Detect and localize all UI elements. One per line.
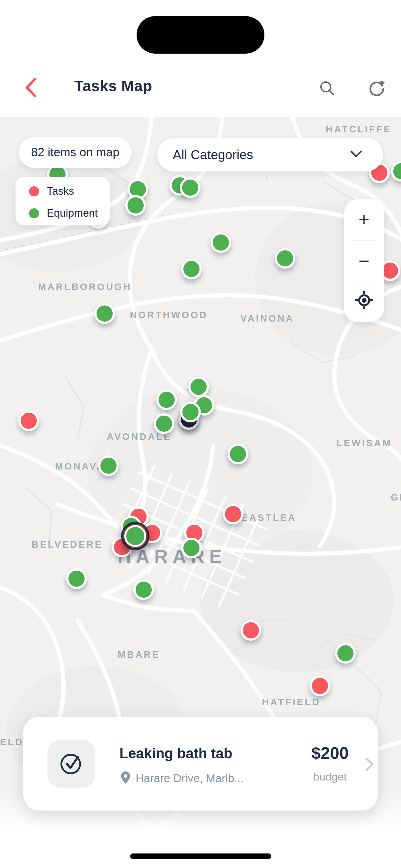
- legend-label: Equipment: [47, 207, 98, 219]
- selected-task-card[interactable]: Leaking bath tab Harare Drive, Marlb... …: [23, 717, 378, 810]
- task-address: Harare Drive, Marlb...: [135, 772, 244, 785]
- check-circle-icon: [58, 749, 85, 778]
- map-marker-equipment-selected[interactable]: [124, 525, 146, 547]
- search-icon: [318, 79, 336, 98]
- divider: [352, 240, 375, 241]
- locate-icon: [355, 291, 374, 314]
- map-marker-equipment[interactable]: [154, 413, 174, 434]
- task-budget-caption: budget: [301, 771, 359, 783]
- search-button[interactable]: [318, 80, 336, 98]
- map-marker-equipment[interactable]: [180, 177, 201, 198]
- back-button[interactable]: [19, 75, 42, 101]
- task-title: Leaking bath tab: [120, 745, 233, 762]
- chevron-down-icon: [350, 150, 362, 160]
- map-marker-equipment[interactable]: [335, 643, 356, 663]
- legend-row-equipment: Equipment: [16, 208, 98, 219]
- map-marker-equipment[interactable]: [180, 402, 201, 423]
- back-chevron-icon: [23, 76, 38, 100]
- map-marker-equipment[interactable]: [133, 579, 154, 600]
- map-marker-equipment[interactable]: [211, 232, 231, 253]
- divider: [352, 282, 375, 282]
- task-address-row: Harare Drive, Marlb...: [121, 771, 244, 785]
- map-marker-equipment[interactable]: [181, 538, 202, 558]
- chevron-right-icon[interactable]: [365, 757, 374, 773]
- map-marker-task[interactable]: [223, 504, 243, 524]
- refresh-icon: [368, 79, 386, 98]
- equipment-legend-dot: [29, 208, 39, 218]
- location-pin-icon: [121, 771, 130, 785]
- legend-row-tasks: Tasks: [16, 186, 74, 197]
- map-marker-equipment[interactable]: [125, 195, 146, 216]
- map-legend: Tasks Equipment: [16, 177, 110, 225]
- map-marker-equipment[interactable]: [66, 568, 87, 589]
- header: Tasks Map: [0, 0, 401, 117]
- map-zoom-controls: + −: [344, 199, 384, 322]
- tasks-legend-dot: [29, 186, 39, 196]
- map-marker-task[interactable]: [241, 620, 261, 641]
- map-marker-equipment[interactable]: [227, 444, 248, 464]
- page-title: Tasks Map: [74, 77, 152, 95]
- refresh-button[interactable]: [367, 80, 386, 98]
- map-marker-equipment[interactable]: [94, 303, 115, 324]
- map-marker-equipment[interactable]: [181, 259, 202, 279]
- map-marker-task[interactable]: [310, 676, 330, 696]
- category-filter-dropdown[interactable]: All Categories: [157, 138, 383, 172]
- dynamic-island: [136, 16, 265, 54]
- locate-me-button[interactable]: [344, 284, 384, 320]
- task-type-tile: [48, 740, 95, 787]
- home-indicator: [130, 854, 271, 859]
- items-count-badge: 82 items on map: [19, 137, 132, 168]
- zoom-out-button[interactable]: −: [344, 243, 384, 278]
- map-marker-task[interactable]: [19, 410, 39, 431]
- map-marker-equipment[interactable]: [391, 161, 401, 182]
- legend-label: Tasks: [47, 185, 74, 197]
- category-filter-value: All Categories: [173, 148, 253, 162]
- map-marker-equipment[interactable]: [98, 455, 119, 476]
- task-budget-amount: $200: [301, 743, 359, 763]
- zoom-in-button[interactable]: +: [344, 201, 384, 237]
- map-marker-equipment[interactable]: [188, 376, 209, 397]
- map-marker-equipment[interactable]: [156, 390, 177, 410]
- map-marker-equipment[interactable]: [275, 248, 296, 269]
